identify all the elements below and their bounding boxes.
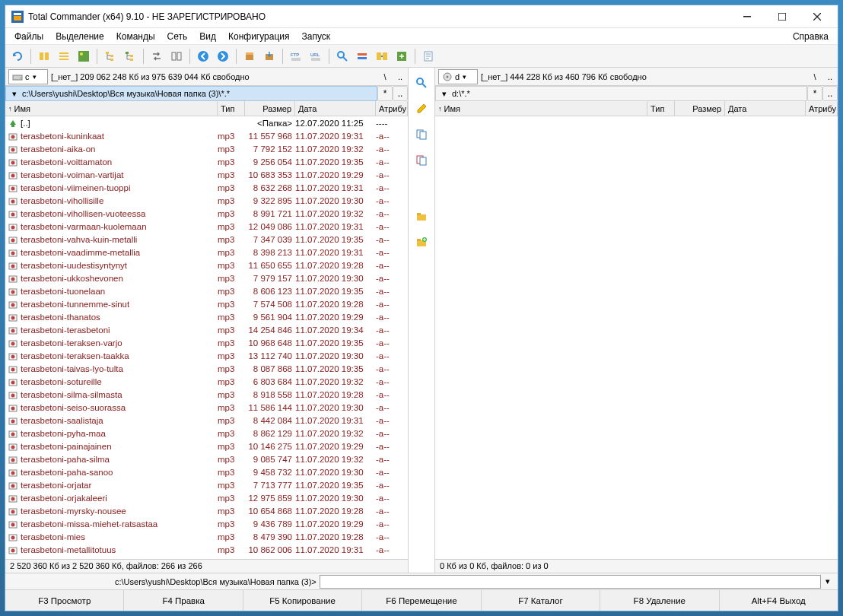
menu-net[interactable]: Сеть [161, 29, 194, 44]
move-icon[interactable] [412, 151, 431, 170]
file-row[interactable]: terasbetoni-voiman-vartijatmp310 683 353… [5, 168, 408, 181]
zoom-icon[interactable] [412, 74, 431, 92]
f8-delete[interactable]: F8 Удаление [600, 590, 719, 611]
notepad-icon[interactable] [419, 47, 437, 65]
new-folder-icon[interactable] [412, 233, 431, 252]
f7-mkdir[interactable]: F7 Каталог [482, 590, 600, 611]
left-root-btn[interactable]: \ [377, 69, 393, 84]
updir-row[interactable]: [..]<Папка>12.07.2020 11:25---- [5, 116, 408, 129]
url-icon[interactable]: URL [307, 47, 325, 65]
right-file-list[interactable] [435, 116, 838, 559]
right-updir-btn2[interactable]: .. [822, 86, 838, 101]
left-pathbar[interactable]: ▾ c:\Users\yushi\Desktop\Вся музыка\Нова… [5, 86, 377, 101]
f4-edit[interactable]: F4 Правка [124, 590, 243, 611]
maximize-button[interactable] [765, 6, 800, 27]
sync-icon[interactable] [373, 47, 391, 65]
file-row[interactable]: terasbetoni-varmaan-kuolemaanmp312 049 0… [5, 220, 408, 233]
view-full-icon[interactable] [55, 47, 73, 65]
menu-view[interactable]: Вид [193, 29, 222, 44]
file-row[interactable]: terasbetoni-vihollisillemp39 322 89511.0… [5, 194, 408, 207]
compare-icon[interactable] [393, 47, 411, 65]
file-row[interactable]: terasbetoni-uudestisyntynytmp311 650 655… [5, 259, 408, 271]
minimize-button[interactable] [730, 6, 765, 27]
forward-icon[interactable] [214, 47, 232, 65]
col-type[interactable]: Тип [647, 101, 675, 116]
chevron-down-icon[interactable]: ▾ [821, 576, 835, 586]
col-type[interactable]: Тип [218, 101, 245, 116]
file-row[interactable]: terasbetoni-tuonelaanmp38 606 12311.07.2… [5, 284, 408, 297]
menu-help[interactable]: Справка [787, 29, 835, 44]
col-date[interactable]: Дата [725, 101, 806, 116]
right-updir-btn[interactable]: .. [822, 69, 838, 84]
menu-commands[interactable]: Команды [110, 29, 161, 44]
file-row[interactable]: terasbetoni-ukkoshevonenmp37 979 15711.0… [5, 271, 408, 284]
view-thumbs-icon[interactable] [75, 47, 93, 65]
left-updir-btn2[interactable]: .. [393, 86, 408, 101]
close-button[interactable] [800, 6, 835, 27]
file-row[interactable]: terasbetoni-viimeinen-tuoppimp38 632 268… [5, 181, 408, 194]
file-row[interactable]: terasbetoni-metallitotuusmp310 862 00611… [5, 543, 408, 556]
tree2-icon[interactable] [121, 47, 139, 65]
multi-rename-icon[interactable] [353, 47, 371, 65]
file-row[interactable]: terasbetoni-aika-onmp37 792 15211.07.202… [5, 142, 408, 155]
col-size[interactable]: Размер [675, 101, 725, 116]
file-row[interactable]: terasbetoni-paha-silmamp39 085 74711.07.… [5, 452, 408, 465]
chevron-down-icon[interactable]: ▾ [439, 89, 450, 99]
file-row[interactable]: terasbetoni-voittamatonmp39 256 05411.07… [5, 155, 408, 168]
edit-icon[interactable] [412, 100, 431, 118]
file-row[interactable]: terasbetoni-pyha-maamp38 862 12911.07.20… [5, 427, 408, 440]
file-row[interactable]: terasbetoni-miesmp38 479 39011.07.2020 1… [5, 530, 408, 543]
right-drive-select[interactable]: d ▾ [438, 69, 478, 84]
file-row[interactable]: terasbetoni-kuninkaatmp311 557 96811.07.… [5, 129, 408, 142]
copy-icon[interactable] [412, 125, 431, 144]
file-row[interactable]: terasbetoni-myrsky-nouseemp310 654 86811… [5, 504, 408, 517]
titlebar[interactable]: Total Commander (x64) 9.10 - НЕ ЗАРЕГИСТ… [5, 5, 838, 28]
right-root-btn[interactable]: \ [807, 69, 822, 84]
file-row[interactable]: terasbetoni-seiso-suorassamp311 586 1441… [5, 401, 408, 414]
pack-icon[interactable] [240, 47, 259, 65]
menu-selection[interactable]: Выделение [49, 29, 110, 44]
file-row[interactable]: terasbetoni-missa-miehet-ratsastaamp39 4… [5, 517, 408, 530]
refresh-icon[interactable] [8, 47, 27, 65]
menu-config[interactable]: Конфигурация [222, 29, 296, 44]
view-brief-icon[interactable] [35, 47, 53, 65]
file-row[interactable]: terasbetoni-sotureillemp36 803 68411.07.… [5, 375, 408, 388]
f3-view[interactable]: F3 Просмотр [5, 590, 124, 611]
file-row[interactable]: terasbetoni-terasbetonimp314 254 84611.0… [5, 323, 408, 336]
menu-files[interactable]: Файлы [8, 29, 49, 44]
menu-start[interactable]: Запуск [296, 29, 337, 44]
swap-panels-icon[interactable] [148, 47, 166, 65]
ftp-icon[interactable]: FTP [287, 47, 305, 65]
col-attr[interactable]: Атрибу [376, 101, 408, 116]
right-pathbar[interactable]: ▾ d:\*.* [435, 86, 807, 101]
altf4-exit[interactable]: Alt+F4 Выход [720, 590, 838, 611]
file-row[interactable]: terasbetoni-thanatosmp39 561 90411.07.20… [5, 310, 408, 323]
file-row[interactable]: terasbetoni-silma-silmastamp38 918 55811… [5, 388, 408, 401]
folder-icon[interactable] [412, 208, 431, 226]
cmd-input[interactable] [320, 575, 821, 589]
file-row[interactable]: terasbetoni-vaadimme-metalliamp38 398 21… [5, 246, 408, 259]
f6-move[interactable]: F6 Перемещение [362, 590, 481, 611]
equal-panels-icon[interactable] [167, 47, 186, 65]
file-row[interactable]: terasbetoni-vahva-kuin-metallimp37 347 0… [5, 233, 408, 246]
file-row[interactable]: terasbetoni-vihollisen-vuoteessamp38 991… [5, 207, 408, 220]
col-attr[interactable]: Атрибу [806, 101, 838, 116]
file-row[interactable]: terasbetoni-tunnemme-sinutmp37 574 50811… [5, 297, 408, 310]
col-name[interactable]: ↑Имя [435, 101, 647, 116]
left-updir-btn[interactable]: .. [393, 69, 408, 84]
file-row[interactable]: terasbetoni-teraksen-varjomp310 968 6481… [5, 336, 408, 349]
col-size[interactable]: Размер [245, 101, 295, 116]
left-drive-select[interactable]: c ▾ [8, 69, 48, 84]
unpack-icon[interactable] [260, 47, 278, 65]
file-row[interactable]: terasbetoni-painajainenmp310 146 27511.0… [5, 440, 408, 452]
col-name[interactable]: ↑Имя [5, 101, 218, 116]
file-row[interactable]: terasbetoni-saalistajamp38 442 08411.07.… [5, 414, 408, 427]
chevron-down-icon[interactable]: ▾ [9, 89, 20, 99]
file-row[interactable]: terasbetoni-orjakaleerimp312 975 85911.0… [5, 491, 408, 504]
right-star-btn[interactable]: * [807, 86, 822, 101]
tree-icon[interactable] [101, 47, 119, 65]
file-row[interactable]: terasbetoni-orjatarmp37 713 77711.07.202… [5, 478, 408, 491]
search-icon[interactable] [333, 47, 352, 65]
f5-copy[interactable]: F5 Копирование [243, 590, 362, 611]
left-star-btn[interactable]: * [377, 86, 393, 101]
